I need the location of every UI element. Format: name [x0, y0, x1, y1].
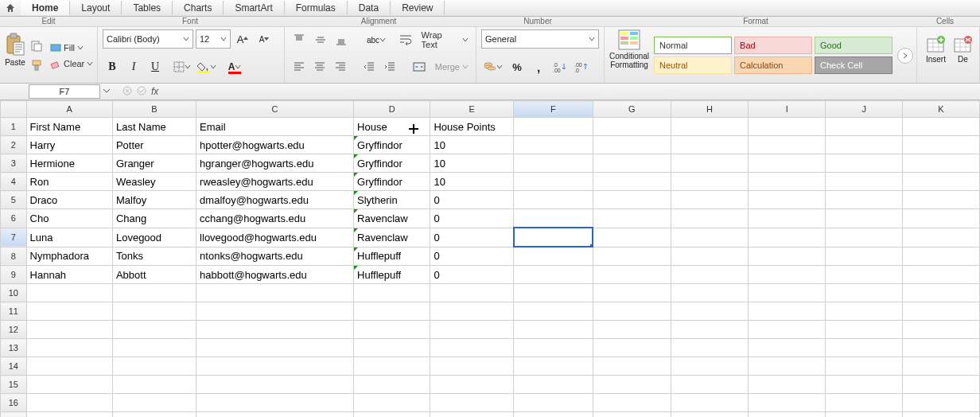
format-painter-button[interactable]: [27, 57, 46, 74]
bold-button[interactable]: B: [103, 58, 122, 76]
cell-E4[interactable]: 10: [430, 173, 514, 191]
cell-C2[interactable]: hpotter@hogwarts.edu: [196, 136, 354, 154]
align-bottom-button[interactable]: [332, 31, 352, 49]
cell-C10[interactable]: [196, 284, 354, 302]
copy-button[interactable]: [27, 37, 46, 55]
cell-D7[interactable]: Ravenclaw: [354, 228, 430, 247]
cell-K1[interactable]: [903, 118, 980, 136]
cell-D17[interactable]: [354, 412, 430, 418]
cell-C7[interactable]: llovegood@hogwarts.edu: [196, 228, 354, 247]
cell-B3[interactable]: Granger: [112, 154, 196, 173]
cell-E3[interactable]: 10: [430, 154, 514, 173]
tab-data[interactable]: Data: [348, 1, 391, 15]
style-normal[interactable]: Normal: [654, 37, 732, 54]
italic-button[interactable]: I: [124, 58, 143, 76]
cell-D6[interactable]: Ravenclaw: [354, 209, 430, 228]
cell-I4[interactable]: [749, 173, 826, 191]
cell-F15[interactable]: [514, 376, 593, 394]
cell-G5[interactable]: [593, 191, 671, 209]
cell-K8[interactable]: [903, 247, 980, 266]
cell-I1[interactable]: [749, 118, 826, 136]
cell-D14[interactable]: [354, 357, 430, 376]
cell-A16[interactable]: [26, 394, 112, 412]
cell-K5[interactable]: [903, 191, 980, 209]
cell-J7[interactable]: [826, 228, 903, 247]
row-header-17[interactable]: 17: [1, 412, 27, 418]
cell-B5[interactable]: Malfoy: [112, 191, 196, 209]
name-box[interactable]: F7: [29, 84, 100, 99]
cell-D5[interactable]: Slytherin: [354, 191, 430, 209]
cell-C5[interactable]: dmalfoy@hogwarts.edu: [196, 191, 354, 209]
cell-A1[interactable]: First Name: [26, 118, 112, 136]
cell-F8[interactable]: [514, 247, 593, 266]
cell-G17[interactable]: [593, 412, 671, 418]
cell-D8[interactable]: Hufflepuff: [354, 247, 430, 266]
decrease-font-button[interactable]: A: [255, 30, 274, 48]
currency-button[interactable]: [481, 58, 505, 76]
cell-A5[interactable]: Draco: [26, 191, 112, 209]
cell-C9[interactable]: habbott@hogwarts.edu: [196, 266, 354, 284]
row-header-14[interactable]: 14: [1, 357, 27, 376]
cell-H6[interactable]: [671, 209, 749, 228]
cell-F9[interactable]: [514, 266, 593, 284]
row-header-1[interactable]: 1: [1, 118, 27, 136]
cell-H9[interactable]: [671, 266, 749, 284]
cell-J12[interactable]: [826, 321, 903, 339]
cell-G6[interactable]: [593, 209, 671, 228]
cell-C14[interactable]: [196, 357, 354, 376]
cell-E14[interactable]: [430, 357, 514, 376]
col-header-B[interactable]: B: [112, 101, 196, 118]
cell-C16[interactable]: [196, 394, 354, 412]
cell-H7[interactable]: [671, 228, 749, 247]
cell-B17[interactable]: [112, 412, 196, 418]
cell-B9[interactable]: Abbott: [112, 266, 196, 284]
row-header-6[interactable]: 6: [1, 209, 27, 228]
cell-A12[interactable]: [26, 321, 112, 339]
cell-H16[interactable]: [671, 394, 749, 412]
wrap-icon-button[interactable]: [395, 31, 417, 49]
row-header-5[interactable]: 5: [1, 191, 27, 209]
number-format-select[interactable]: General: [481, 29, 599, 49]
insert-cells-button[interactable]: Insert: [922, 29, 950, 70]
cell-I13[interactable]: [749, 339, 826, 357]
cell-I5[interactable]: [749, 191, 826, 209]
cell-H15[interactable]: [671, 376, 749, 394]
home-icon[interactable]: [5, 2, 16, 14]
style-bad[interactable]: Bad: [734, 37, 812, 54]
cell-A11[interactable]: [26, 302, 112, 321]
cell-A14[interactable]: [26, 357, 112, 376]
cell-A9[interactable]: Hannah: [26, 266, 112, 284]
cell-G13[interactable]: [593, 339, 671, 357]
cell-H1[interactable]: [671, 118, 749, 136]
cell-D13[interactable]: [354, 339, 430, 357]
enter-formula-icon[interactable]: [137, 86, 146, 97]
cell-B12[interactable]: [112, 321, 196, 339]
row-header-7[interactable]: 7: [1, 228, 27, 247]
cell-I3[interactable]: [749, 154, 826, 173]
cell-K10[interactable]: [903, 284, 980, 302]
style-calculation[interactable]: Calculation: [734, 57, 812, 74]
cell-I10[interactable]: [749, 284, 826, 302]
underline-button[interactable]: U: [146, 58, 165, 76]
cell-K7[interactable]: [903, 228, 980, 247]
col-header-J[interactable]: J: [826, 101, 903, 118]
cell-D11[interactable]: [354, 302, 430, 321]
cell-E15[interactable]: [430, 376, 514, 394]
row-header-10[interactable]: 10: [1, 284, 27, 302]
cell-A8[interactable]: Nymphadora: [26, 247, 112, 266]
cell-J16[interactable]: [826, 394, 903, 412]
cell-E17[interactable]: [430, 412, 514, 418]
cell-C17[interactable]: [196, 412, 354, 418]
tab-smartart[interactable]: SmartArt: [224, 1, 284, 15]
cell-J8[interactable]: [826, 247, 903, 266]
cell-E13[interactable]: [430, 339, 514, 357]
col-header-C[interactable]: C: [196, 101, 354, 118]
cell-C12[interactable]: [196, 321, 354, 339]
cell-F6[interactable]: [514, 209, 593, 228]
cell-I8[interactable]: [749, 247, 826, 266]
cell-E12[interactable]: [430, 321, 514, 339]
cell-F10[interactable]: [514, 284, 593, 302]
cell-J4[interactable]: [826, 173, 903, 191]
cell-G2[interactable]: [593, 136, 671, 154]
conditional-formatting-button[interactable]: Conditional Formatting: [609, 29, 649, 70]
